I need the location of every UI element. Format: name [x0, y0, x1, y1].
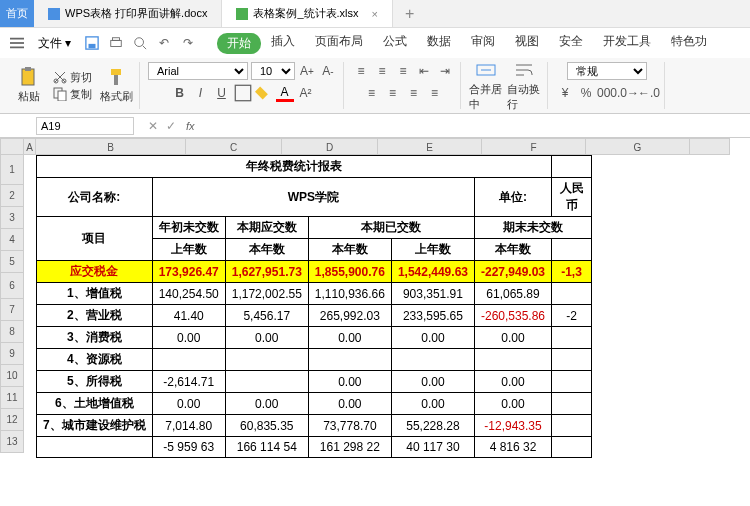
row-header-13[interactable]: 13 — [0, 431, 24, 453]
cell[interactable]: 0.00 — [391, 393, 474, 415]
cell[interactable]: 0.00 — [152, 327, 225, 349]
row-name[interactable]: 6、土地增值税 — [37, 393, 153, 415]
menu-审阅[interactable]: 审阅 — [461, 33, 505, 54]
cell[interactable]: -2 — [552, 305, 592, 327]
increase-font-icon[interactable]: A+ — [298, 62, 316, 80]
cell[interactable]: 903,351.91 — [391, 283, 474, 305]
cell[interactable]: 233,595.65 — [391, 305, 474, 327]
file-menu[interactable]: 文件▾ — [30, 35, 79, 52]
cell[interactable] — [474, 349, 551, 371]
menu-视图[interactable]: 视图 — [505, 33, 549, 54]
spreadsheet-grid[interactable]: 12345678910111213 年终税费统计报表公司名称:WPS学院单位:人… — [0, 155, 750, 458]
cell[interactable] — [24, 178, 37, 217]
cell[interactable]: 上年数 — [391, 239, 474, 261]
cell[interactable]: 1,855,900.76 — [308, 261, 391, 283]
fill-color-icon[interactable] — [255, 84, 273, 102]
report-title[interactable]: 年终税费统计报表 — [37, 156, 552, 178]
cell[interactable]: 本年数 — [474, 239, 551, 261]
menu-数据[interactable]: 数据 — [417, 33, 461, 54]
row-name[interactable]: 7、城市建设维护税 — [37, 415, 153, 437]
col-header-A[interactable]: A — [24, 138, 36, 155]
menu-公式[interactable]: 公式 — [373, 33, 417, 54]
cell[interactable] — [552, 327, 592, 349]
indent-left-icon[interactable]: ⇤ — [415, 62, 433, 80]
unit-value[interactable]: 人民币 — [552, 178, 592, 217]
hdr-due[interactable]: 本期应交数 — [225, 217, 308, 239]
cell[interactable]: 1,110,936.66 — [308, 283, 391, 305]
app-menu-icon[interactable] — [6, 32, 28, 54]
cell[interactable] — [552, 156, 592, 178]
cell[interactable] — [24, 393, 37, 415]
cell[interactable] — [552, 415, 592, 437]
col-header-C[interactable]: C — [186, 138, 282, 155]
comma-icon[interactable]: 000 — [598, 84, 616, 102]
cell[interactable] — [24, 415, 37, 437]
fx-icon[interactable]: fx — [180, 120, 201, 132]
cell[interactable]: 0.00 — [152, 393, 225, 415]
cell[interactable]: 上年数 — [152, 239, 225, 261]
col-header-E[interactable]: E — [378, 138, 482, 155]
cell[interactable]: 166 114 54 — [225, 437, 308, 458]
cell[interactable]: 73,778.70 — [308, 415, 391, 437]
cell[interactable]: 173,926.47 — [152, 261, 225, 283]
cell[interactable] — [24, 261, 37, 283]
menu-安全[interactable]: 安全 — [549, 33, 593, 54]
cell[interactable] — [225, 371, 308, 393]
cut-button[interactable]: 剪切 — [50, 69, 95, 86]
home-tab[interactable]: 首页 — [0, 0, 34, 27]
close-icon[interactable]: × — [372, 8, 378, 20]
menu-开发工具[interactable]: 开发工具 — [593, 33, 661, 54]
cell[interactable]: 55,228.28 — [391, 415, 474, 437]
wrap-text-button[interactable]: 自动换行 — [507, 60, 541, 112]
cell[interactable] — [24, 437, 37, 458]
print-icon[interactable] — [105, 32, 127, 54]
col-header-D[interactable]: D — [282, 138, 378, 155]
company-label[interactable]: 公司名称: — [37, 178, 153, 217]
redo-icon[interactable]: ↷ — [177, 32, 199, 54]
row-name[interactable]: 应交税金 — [37, 261, 153, 283]
cell[interactable]: 140,254.50 — [152, 283, 225, 305]
align-bot-icon[interactable]: ≡ — [394, 62, 412, 80]
row-header-3[interactable]: 3 — [0, 207, 24, 229]
cell[interactable]: 0.00 — [225, 327, 308, 349]
cell[interactable] — [552, 437, 592, 458]
hdr-unpaid[interactable]: 期末未交数 — [474, 217, 591, 239]
menu-插入[interactable]: 插入 — [261, 33, 305, 54]
row-header-5[interactable]: 5 — [0, 251, 24, 273]
row-header-2[interactable]: 2 — [0, 185, 24, 207]
cell[interactable]: -1,3 — [552, 261, 592, 283]
cell[interactable]: 0.00 — [474, 371, 551, 393]
hdr-item[interactable]: 项目 — [37, 217, 153, 261]
cell[interactable]: 265,992.03 — [308, 305, 391, 327]
doc-tab-2[interactable]: 表格案例_统计表.xlsx × — [222, 0, 393, 27]
number-format-select[interactable]: 常规 — [567, 62, 647, 80]
cell[interactable] — [152, 349, 225, 371]
cell[interactable]: 0.00 — [391, 327, 474, 349]
hdr-begin[interactable]: 年初未交数 — [152, 217, 225, 239]
cell[interactable]: 1,627,951.73 — [225, 261, 308, 283]
cancel-icon[interactable]: ✕ — [144, 119, 162, 133]
bold-icon[interactable]: B — [171, 84, 189, 102]
format-painter-button[interactable]: 格式刷 — [99, 67, 133, 104]
row-name[interactable]: 3、消费税 — [37, 327, 153, 349]
cell[interactable]: 61,065.89 — [474, 283, 551, 305]
border-icon[interactable] — [234, 84, 252, 102]
cell[interactable]: 60,835.35 — [225, 415, 308, 437]
font-size-select[interactable]: 10 — [251, 62, 295, 80]
cell[interactable]: 0.00 — [391, 371, 474, 393]
cell[interactable]: 0.00 — [308, 393, 391, 415]
cell[interactable] — [24, 305, 37, 327]
cell[interactable]: -227,949.03 — [474, 261, 551, 283]
cell[interactable]: 本年数 — [308, 239, 391, 261]
indent-right-icon[interactable]: ⇥ — [436, 62, 454, 80]
row-header-12[interactable]: 12 — [0, 409, 24, 431]
menu-开始[interactable]: 开始 — [217, 33, 261, 54]
row-name[interactable]: 1、增值税 — [37, 283, 153, 305]
row-name[interactable] — [37, 437, 153, 458]
row-header-11[interactable]: 11 — [0, 387, 24, 409]
confirm-icon[interactable]: ✓ — [162, 119, 180, 133]
row-header-9[interactable]: 9 — [0, 343, 24, 365]
cell[interactable]: 0.00 — [474, 393, 551, 415]
cell[interactable] — [24, 327, 37, 349]
menu-特色功[interactable]: 特色功 — [661, 33, 717, 54]
